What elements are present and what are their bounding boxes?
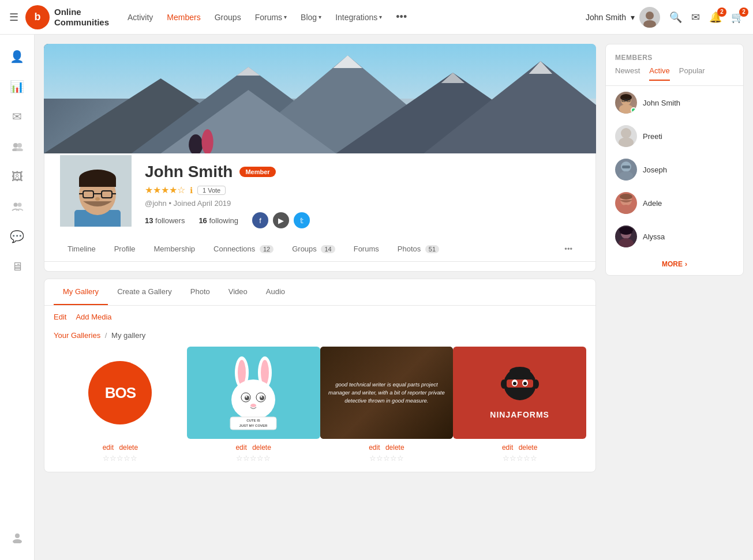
- profile-info: John Smith Member ★★★★☆ ℹ 1 Vote @john •…: [145, 153, 582, 228]
- tab-groups[interactable]: Groups 14: [283, 238, 344, 261]
- member-name-joseph: Joseph: [643, 166, 667, 174]
- member-item-preeti[interactable]: Preeti: [606, 119, 743, 153]
- gallery-nav-photo[interactable]: Photo: [181, 279, 219, 305]
- member-item-joseph[interactable]: Joseph: [606, 153, 743, 186]
- user-menu[interactable]: John Smith ▾: [586, 7, 660, 28]
- svg-point-64: [619, 137, 634, 147]
- nav-username: John Smith: [586, 13, 626, 22]
- breadcrumb-galleries[interactable]: Your Galleries: [54, 331, 100, 340]
- gallery-nav-audio[interactable]: Audio: [257, 279, 294, 305]
- members-more-button[interactable]: MORE ›: [606, 253, 743, 275]
- tab-forums[interactable]: Forums: [344, 238, 388, 261]
- profile-name-text: John Smith: [145, 163, 233, 181]
- user-avatar: [639, 7, 660, 28]
- svg-point-55: [501, 379, 507, 389]
- following-stat[interactable]: 16 following: [198, 216, 238, 225]
- facebook-icon[interactable]: f: [252, 212, 268, 228]
- tab-membership[interactable]: Membership: [145, 238, 205, 261]
- gallery-thumb-article[interactable]: good technical writer is equal parts pro…: [320, 347, 454, 439]
- members-tab-active[interactable]: Active: [649, 66, 669, 81]
- gallery-item-bunny: CUTE IS JUST MY COVER edit delete ☆☆☆☆☆: [187, 347, 320, 463]
- sidebar-item-gallery[interactable]: 🖼: [5, 164, 30, 189]
- sidebar-item-mail[interactable]: ✉: [5, 104, 30, 129]
- gallery-item-2-edit[interactable]: edit: [235, 444, 246, 452]
- sidebar-item-friends[interactable]: [5, 194, 30, 219]
- cart-badge: 2: [739, 7, 748, 17]
- members-tab-newest[interactable]: Newest: [615, 66, 640, 81]
- gallery-thumb-ninja[interactable]: NINJAFORMS: [453, 347, 586, 439]
- tab-more[interactable]: •••: [555, 238, 582, 261]
- vote-button[interactable]: 1 Vote: [197, 186, 226, 195]
- tab-photos[interactable]: Photos 51: [388, 238, 448, 261]
- cart-button[interactable]: 🛒 2: [731, 11, 744, 24]
- nav-forums[interactable]: Forums▾: [255, 13, 287, 22]
- gallery-thumb-bunny[interactable]: CUTE IS JUST MY COVER: [187, 347, 320, 439]
- more-arrow-icon: ›: [685, 260, 687, 268]
- nav-integrations[interactable]: Integrations▾: [335, 13, 382, 22]
- gallery-item-1-delete[interactable]: delete: [119, 444, 138, 452]
- sidebar-item-activity[interactable]: 📊: [5, 74, 30, 99]
- member-name-preeti: Preeti: [643, 132, 662, 141]
- gallery-grid: BOS edit delete ☆☆☆☆☆: [44, 347, 595, 472]
- svg-rect-26: [79, 178, 116, 187]
- svg-point-63: [621, 128, 631, 138]
- gallery-thumb-bos[interactable]: BOS: [54, 347, 187, 439]
- member-item-adele[interactable]: Adele: [606, 186, 743, 220]
- page-layout: 👤 📊 ✉ 🖼 💬 🖥: [0, 35, 753, 560]
- member-name-alyssa: Alyssa: [643, 232, 665, 241]
- member-list: John Smith Preeti: [606, 86, 743, 253]
- nav-more-dots[interactable]: •••: [396, 11, 407, 23]
- main-content: John Smith Member ★★★★☆ ℹ 1 Vote @john •…: [35, 35, 753, 560]
- member-item-john[interactable]: John Smith: [606, 86, 743, 119]
- rating-stars: ★★★★☆: [145, 185, 185, 196]
- tab-timeline[interactable]: Timeline: [58, 238, 105, 261]
- nav-members[interactable]: Members: [167, 13, 200, 22]
- gallery-area: My Gallery Create a Gallery Photo Video …: [44, 279, 596, 472]
- add-media-link[interactable]: Add Media: [76, 313, 111, 322]
- search-button[interactable]: 🔍: [669, 11, 682, 24]
- svg-point-2: [13, 143, 18, 148]
- online-indicator-john: [631, 107, 636, 113]
- gallery-item-3-delete[interactable]: delete: [385, 444, 404, 452]
- gallery-item-3-edit[interactable]: edit: [369, 444, 380, 452]
- sidebar-item-monitor[interactable]: 🖥: [5, 254, 30, 279]
- nav-blog[interactable]: Blog▾: [301, 13, 321, 22]
- svg-point-42: [246, 396, 248, 398]
- gallery-item-2-delete[interactable]: delete: [252, 444, 271, 452]
- notifications-button[interactable]: 🔔 2: [709, 11, 722, 24]
- tab-profile[interactable]: Profile: [105, 238, 145, 261]
- brand-logo[interactable]: b Online Communities: [25, 5, 109, 29]
- gallery-item-4-delete[interactable]: delete: [519, 444, 538, 452]
- member-name-john: John Smith: [643, 99, 680, 107]
- sidebar-item-groups[interactable]: [5, 134, 30, 159]
- nav-activity[interactable]: Activity: [128, 13, 153, 22]
- twitter-icon[interactable]: 𝕥: [294, 212, 310, 228]
- breadcrumb-separator: /: [105, 331, 107, 340]
- sidebar-item-person[interactable]: 👤: [5, 44, 30, 69]
- tab-connections[interactable]: Connections 12: [204, 238, 283, 261]
- member-item-alyssa[interactable]: Alyssa: [606, 220, 743, 253]
- logo-icon: b: [25, 5, 50, 29]
- sidebar-item-members[interactable]: [5, 525, 30, 551]
- messages-button[interactable]: ✉: [691, 11, 700, 24]
- gallery-item-4-rating: ☆☆☆☆☆: [453, 454, 586, 463]
- edit-link[interactable]: Edit: [54, 313, 66, 322]
- nav-links: Activity Members Groups Forums▾ Blog▾ In…: [128, 11, 586, 23]
- nav-groups[interactable]: Groups: [215, 13, 241, 22]
- gallery-item-1-edit[interactable]: edit: [103, 444, 114, 452]
- followers-stat[interactable]: 13 followers: [145, 216, 185, 225]
- gallery-item-4-edit[interactable]: edit: [502, 444, 513, 452]
- youtube-icon[interactable]: ▶: [273, 212, 289, 228]
- svg-rect-49: [507, 379, 533, 388]
- hamburger-menu[interactable]: ☰: [9, 11, 18, 24]
- svg-point-8: [15, 533, 20, 538]
- gallery-nav-create[interactable]: Create a Gallery: [108, 279, 181, 305]
- gallery-nav-mygallery[interactable]: My Gallery: [54, 279, 108, 305]
- gallery-nav-video[interactable]: Video: [219, 279, 257, 305]
- sidebar-item-chat[interactable]: 💬: [5, 224, 30, 249]
- gallery-item-4-actions: edit delete: [453, 444, 586, 452]
- breadcrumb: Your Galleries / My gallery: [44, 329, 595, 347]
- members-tab-popular[interactable]: Popular: [679, 66, 705, 81]
- profile-top: John Smith Member ★★★★☆ ℹ 1 Vote @john •…: [58, 153, 582, 238]
- profile-joined: Joined April 2019: [174, 199, 231, 208]
